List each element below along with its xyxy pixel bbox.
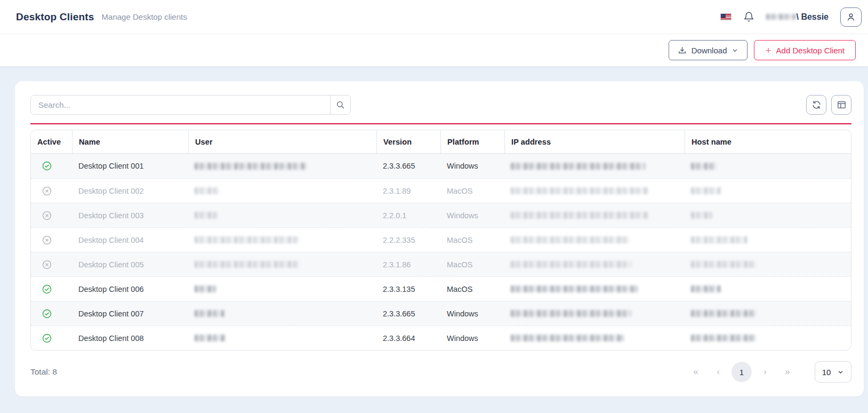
redacted-ip: [511, 335, 624, 341]
table-columns-icon: [837, 100, 847, 110]
redacted-ip: [511, 285, 638, 292]
client-platform: MacOS: [440, 179, 504, 203]
plus-icon: +: [765, 45, 771, 55]
search-icon: [335, 100, 345, 110]
table-row[interactable]: Desktop Client 004 2.2.2.335 MacOS: [31, 227, 851, 252]
column-header-host[interactable]: Host name: [685, 130, 851, 153]
column-header-name[interactable]: Name: [72, 130, 188, 153]
client-platform: MacOS: [440, 252, 504, 276]
table-row[interactable]: Desktop Client 006 2.3.3.135 MacOS: [31, 276, 851, 301]
inactive-x-icon: [42, 259, 52, 270]
client-name: Desktop Client 001: [72, 154, 188, 178]
toolbar: Download + Add Desktop Client: [0, 34, 868, 66]
redacted-user: [195, 285, 216, 292]
chevron-down-icon: [837, 369, 844, 376]
client-version: 2.3.3.135: [376, 277, 440, 301]
search-input[interactable]: [31, 96, 330, 114]
total-count: Total: 8: [30, 367, 57, 377]
search-group: [30, 95, 351, 115]
column-header-active[interactable]: Active: [31, 130, 72, 153]
page-size-select[interactable]: 10: [815, 361, 851, 383]
first-page-button[interactable]: «: [687, 363, 705, 381]
redacted-host: [691, 212, 712, 219]
client-platform: Windows: [440, 326, 504, 350]
inactive-x-icon: [42, 210, 52, 221]
refresh-button[interactable]: [806, 95, 826, 115]
client-version: 2.3.3.665: [376, 301, 440, 325]
language-flag-icon[interactable]: [720, 13, 732, 20]
client-platform: Windows: [440, 301, 504, 325]
search-button[interactable]: [330, 96, 350, 114]
prev-page-button[interactable]: ‹: [709, 363, 727, 381]
client-name: Desktop Client 004: [72, 228, 188, 252]
redacted-user: [195, 212, 217, 219]
client-name: Desktop Client 006: [72, 277, 188, 301]
clients-card: Active Name User Version Platform IP add…: [15, 81, 864, 396]
chevron-down-icon: [732, 47, 738, 54]
client-name: Desktop Client 005: [72, 252, 188, 276]
active-check-icon: [42, 284, 52, 295]
active-check-icon: [42, 308, 52, 319]
column-header-version[interactable]: Version: [376, 130, 440, 153]
loading-progress-bar: [30, 123, 851, 124]
column-header-platform[interactable]: Platform: [440, 130, 504, 153]
client-version: 2.3.3.665: [376, 154, 440, 178]
table-row[interactable]: Desktop Client 002 2.3.1.89 MacOS: [31, 178, 851, 203]
redacted-user: [195, 187, 219, 194]
redacted-host: [691, 310, 756, 317]
client-name: Desktop Client 003: [72, 203, 188, 227]
redacted-ip: [511, 187, 648, 194]
redacted-host: [691, 335, 756, 341]
redacted-host: [691, 285, 721, 292]
client-platform: MacOS: [440, 277, 504, 301]
add-desktop-client-label: Add Desktop Client: [776, 46, 845, 55]
redacted-ip: [511, 163, 645, 170]
table-row[interactable]: Desktop Client 001 2.3.3.665 Windows: [31, 154, 851, 178]
client-platform: Windows: [440, 203, 504, 227]
person-icon: [846, 12, 856, 22]
next-page-button[interactable]: ›: [756, 363, 774, 381]
redacted-host: [691, 163, 717, 170]
refresh-icon: [811, 100, 822, 110]
client-version: 2.3.1.86: [376, 252, 440, 276]
column-settings-button[interactable]: [831, 95, 851, 115]
bell-icon: [743, 11, 754, 23]
client-name: Desktop Client 008: [72, 326, 188, 350]
table-header: Active Name User Version Platform IP add…: [31, 130, 851, 154]
client-version: 2.2.0.1: [376, 203, 440, 227]
table-row[interactable]: Desktop Client 007 2.3.3.665 Windows: [31, 301, 851, 325]
download-button[interactable]: Download: [669, 40, 748, 60]
table-row[interactable]: Desktop Client 008 2.3.3.664 Windows: [31, 325, 851, 350]
column-header-ip[interactable]: IP address: [504, 130, 685, 153]
last-page-button[interactable]: »: [778, 363, 797, 381]
current-user: \ Bessie: [766, 12, 829, 22]
redacted-user: [195, 236, 299, 243]
redacted-host: [691, 261, 756, 268]
redacted-ip: [511, 310, 631, 317]
table-row[interactable]: Desktop Client 003 2.2.0.1 Windows: [31, 203, 851, 227]
redacted-user: [195, 163, 307, 170]
app-header: Desktop Clients Manage Desktop clients \…: [0, 0, 868, 34]
redacted-ip: [511, 236, 629, 243]
client-platform: Windows: [440, 154, 504, 178]
active-check-icon: [42, 161, 52, 171]
redacted-ip: [511, 261, 631, 268]
download-icon: [678, 46, 687, 55]
client-name: Desktop Client 002: [72, 179, 188, 203]
table-row[interactable]: Desktop Client 005 2.3.1.86 MacOS: [31, 252, 851, 276]
active-check-icon: [42, 333, 52, 344]
page-1-button[interactable]: 1: [732, 362, 752, 382]
redacted-ip: [511, 212, 648, 219]
clients-table: Active Name User Version Platform IP add…: [30, 130, 851, 351]
pagination: « ‹ 1 › » 10: [687, 361, 851, 383]
notifications-button[interactable]: [743, 11, 754, 23]
redacted-host: [691, 236, 748, 243]
table-body: Desktop Client 001 2.3.3.665 Windows Des…: [31, 154, 851, 350]
page-subtitle: Manage Desktop clients: [102, 12, 187, 21]
redacted-host: [691, 187, 721, 194]
redacted-user: [195, 335, 226, 341]
add-desktop-client-button[interactable]: + Add Desktop Client: [754, 40, 856, 60]
client-version: 2.3.1.89: [376, 179, 440, 203]
user-menu-button[interactable]: [840, 7, 862, 27]
column-header-user[interactable]: User: [188, 130, 376, 153]
